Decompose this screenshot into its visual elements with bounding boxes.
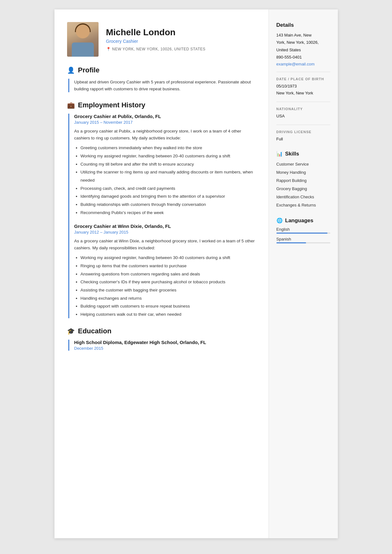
resume-header: Michelle London Grocery Cashier 📍 NEW YO… (67, 22, 256, 57)
candidate-job-title: Grocery Cashier (106, 39, 206, 44)
bullet-item: Helping customers walk out to their car,… (81, 310, 256, 319)
divider-1 (276, 72, 330, 72)
sidebar-phone: 890-555-0401 (276, 54, 330, 61)
briefcase-icon: 💼 (67, 101, 75, 109)
candidate-location: 📍 NEW YORK, NEW YORK, 10026, UNITED STAT… (106, 47, 206, 51)
bullet-item: Greeting customers immediately when they… (81, 144, 256, 152)
lang-name-spanish: Spanish (276, 237, 330, 241)
sidebar-email[interactable]: example@email.com (276, 62, 315, 66)
job-dates-2: January 2012 – January 2015 (74, 230, 256, 235)
sidebar-languages: 🌐 Languages English Spanish (276, 218, 330, 243)
sidebar-birthplace: New York, New York (276, 90, 330, 97)
lang-bar-bg-english (276, 233, 330, 234)
graduation-icon: 🎓 (67, 327, 75, 335)
skill-item: Exchanges & Returns (276, 201, 330, 209)
bullet-item: Processing cash, check, and credit card … (81, 184, 256, 193)
sidebar-dob: 05/10/1973 (276, 83, 330, 90)
main-content: Michelle London Grocery Cashier 📍 NEW YO… (54, 9, 269, 538)
sidebar-driving: Full (276, 136, 330, 143)
education-section-title: 🎓 Education (67, 327, 256, 335)
education-section: 🎓 Education High School Diploma, Edgewat… (67, 327, 256, 351)
employment-section-title: 💼 Employment History (67, 101, 256, 109)
skills-list: Customer Service Money Handling Rapport … (276, 160, 330, 209)
bullet-item: Ringing up items that the customers want… (81, 262, 256, 270)
sidebar-details: Details 143 Main Ave, NewYork, New York,… (276, 22, 330, 143)
lang-bar-bg-spanish (276, 242, 330, 243)
job-desc-1: As a grocery cashier at Publix, a neighb… (74, 128, 256, 141)
bullet-item: Identifying damaged goods and bringing t… (81, 192, 256, 201)
resume-wrapper: Michelle London Grocery Cashier 📍 NEW YO… (54, 9, 338, 538)
nationality-label: NATIONALITY (276, 107, 330, 111)
language-english: English (276, 227, 330, 234)
profile-section: 👤 Profile Upbeat and driven Grocery Cash… (67, 66, 256, 92)
edu-entry-1: High School Diploma, Edgewater High Scho… (74, 340, 256, 351)
profile-content: Upbeat and driven Grocery Cashier with 5… (68, 79, 256, 92)
location-pin-icon: 📍 (106, 47, 111, 51)
lang-name-english: English (276, 227, 330, 232)
bullet-item: Working my assigned register, handling b… (81, 254, 256, 262)
job-bullets-2: Working my assigned register, handling b… (74, 254, 256, 318)
edu-dates-1: December 2015 (74, 346, 256, 351)
bullet-item: Working my assigned register, handling b… (81, 152, 256, 160)
employment-section: 💼 Employment History Grocery Cashier at … (67, 101, 256, 318)
candidate-name: Michelle London (106, 27, 206, 37)
person-icon: 👤 (67, 66, 75, 74)
job-title-2: Grocery Cashier at Winn Dixie, Orlando, … (74, 223, 256, 229)
job-bullets-1: Greeting customers immediately when they… (74, 144, 256, 217)
avatar (67, 22, 99, 57)
edu-title-1: High School Diploma, Edgewater High Scho… (74, 340, 256, 345)
sidebar-address: 143 Main Ave, NewYork, New York, 10026,U… (276, 31, 330, 54)
sidebar-skills: 📊 Skills Customer Service Money Handling… (276, 151, 330, 209)
bullet-item: Assisting the customer with bagging thei… (81, 286, 256, 294)
details-heading: Details (276, 22, 330, 28)
bullet-item: Handling exchanges and returns (81, 294, 256, 302)
bullet-item: Recommending Publix's recipes of the wee… (81, 209, 256, 217)
language-spanish: Spanish (276, 237, 330, 243)
driving-label: DRIVING LICENSE (276, 130, 330, 134)
skill-item: Customer Service (276, 160, 330, 168)
job-dates-1: January 2015 – November 2017 (74, 120, 256, 125)
sidebar: Details 143 Main Ave, NewYork, New York,… (269, 9, 338, 538)
bullet-item: Checking customer's IDs if they were pur… (81, 278, 256, 286)
sidebar-nationality: USA (276, 113, 330, 120)
skill-item: Grocery Bagging (276, 185, 330, 193)
bullet-item: Counting my till before and after the sh… (81, 160, 256, 168)
divider-2 (276, 102, 330, 102)
job-entry-1: Grocery Cashier at Publix, Orlando, FL J… (74, 114, 256, 217)
globe-icon: 🌐 (276, 218, 283, 223)
lang-bar-fill-english (276, 233, 327, 234)
header-info: Michelle London Grocery Cashier 📍 NEW YO… (106, 27, 206, 51)
education-content: High School Diploma, Edgewater High Scho… (68, 340, 256, 351)
skills-heading: 📊 Skills (276, 151, 330, 157)
divider-3 (276, 125, 330, 125)
job-title-1: Grocery Cashier at Publix, Orlando, FL (74, 114, 256, 119)
job-entry-2: Grocery Cashier at Winn Dixie, Orlando, … (74, 223, 256, 318)
skill-item: Rapport Building (276, 177, 330, 185)
dob-label: DATE / PLACE OF BIRTH (276, 77, 330, 81)
profile-text: Upbeat and driven Grocery Cashier with 5… (74, 79, 256, 92)
skill-item: Identification Checks (276, 193, 330, 201)
languages-heading: 🌐 Languages (276, 218, 330, 224)
details-address-block: 143 Main Ave, NewYork, New York, 10026,U… (276, 31, 330, 67)
profile-section-title: 👤 Profile (67, 66, 256, 74)
skill-item: Money Handling (276, 168, 330, 177)
skills-icon: 📊 (276, 151, 283, 157)
job-desc-2: As a grocery cashier at Winn Dixie, a ne… (74, 238, 256, 251)
bullet-item: Building rapport with customers to ensur… (81, 302, 256, 310)
bullet-item: Building relationships with customers th… (81, 201, 256, 209)
lang-bar-fill-spanish (276, 242, 306, 243)
bullet-item: Utilizing the scanner to ring items up a… (81, 168, 256, 184)
employment-content: Grocery Cashier at Publix, Orlando, FL J… (68, 114, 256, 318)
bullet-item: Answering questions from customers regar… (81, 270, 256, 278)
